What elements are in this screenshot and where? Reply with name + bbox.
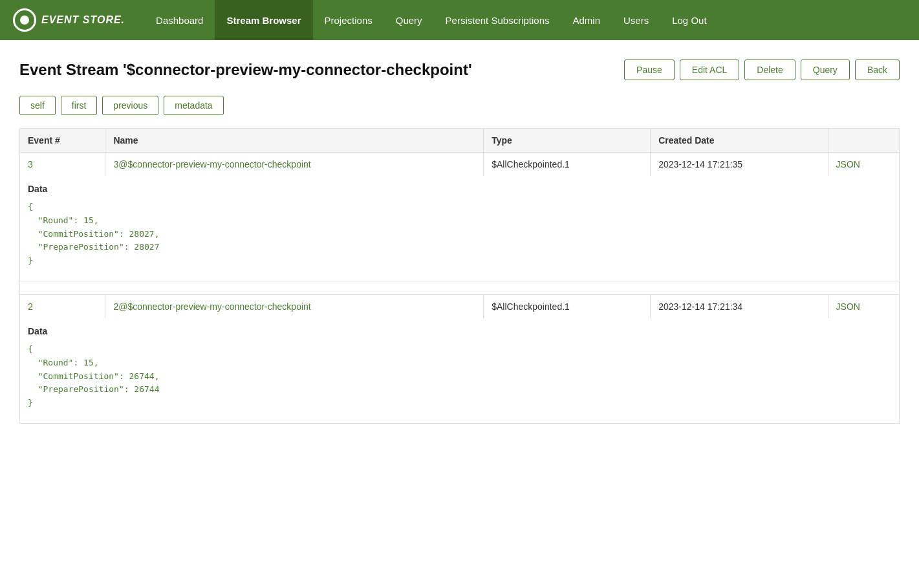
data-content: { "Round": 15, "CommitPosition": 28027, … (28, 201, 891, 268)
event-data-row: Data{ "Round": 15, "CommitPosition": 280… (20, 176, 900, 281)
header-actions: PauseEdit ACLDeleteQueryBack (624, 60, 900, 80)
logo-text: EVENT STORE. (41, 14, 125, 26)
nav-link-persistent-subscriptions[interactable]: Persistent Subscriptions (434, 0, 561, 40)
back-button[interactable]: Back (855, 60, 900, 80)
event-name-link[interactable]: 3@$connector-preview-my-connector-checkp… (113, 159, 310, 169)
event-action: JSON (828, 294, 899, 318)
event-data-row: Data{ "Round": 15, "CommitPosition": 267… (20, 318, 900, 423)
nav-link-stream-browser[interactable]: Stream Browser (215, 0, 312, 40)
nav-links: DashboardStream BrowserProjectionsQueryP… (144, 0, 906, 40)
nav-link-query[interactable]: Query (384, 0, 434, 40)
events-table: Event #NameTypeCreated Date 33@$connecto… (19, 128, 900, 424)
nav-link-admin[interactable]: Admin (561, 0, 612, 40)
col-header-2: Type (484, 129, 651, 153)
event-data-cell: Data{ "Round": 15, "CommitPosition": 280… (20, 176, 900, 281)
table-header-row: Event #NameTypeCreated Date (20, 129, 900, 153)
col-header-0: Event # (20, 129, 105, 153)
event-id-link[interactable]: 2 (28, 301, 33, 312)
main-nav: EVENT STORE. DashboardStream BrowserProj… (0, 0, 919, 40)
pause-button[interactable]: Pause (624, 60, 675, 80)
event-data-cell: Data{ "Round": 15, "CommitPosition": 267… (20, 318, 900, 423)
nav-link-projections[interactable]: Projections (313, 0, 384, 40)
col-header-3: Created Date (651, 129, 828, 153)
event-action: JSON (828, 153, 899, 177)
table-row: 22@$connector-preview-my-connector-check… (20, 294, 900, 318)
logo: EVENT STORE. (13, 8, 125, 32)
event-type: $AllCheckpointed.1 (484, 153, 651, 177)
nav-link-dashboard[interactable]: Dashboard (144, 0, 215, 40)
event-id-link[interactable]: 3 (28, 159, 33, 169)
data-label: Data (28, 326, 891, 336)
metadata-button[interactable]: metadata (164, 96, 223, 115)
event-created-date: 2023-12-14 17:21:34 (651, 294, 828, 318)
page-title: Event Stream '$connector-preview-my-conn… (19, 61, 472, 79)
previous-button[interactable]: previous (102, 96, 158, 115)
spacer-row (20, 281, 900, 294)
col-header-1: Name (105, 129, 484, 153)
main-content: Event Stream '$connector-preview-my-conn… (0, 40, 919, 437)
event-name: 2@$connector-preview-my-connector-checkp… (105, 294, 484, 318)
event-name: 3@$connector-preview-my-connector-checkp… (105, 153, 484, 177)
first-button[interactable]: first (61, 96, 98, 115)
edit-acl-button[interactable]: Edit ACL (680, 60, 739, 80)
event-id: 2 (20, 294, 105, 318)
stream-nav-buttons: selffirstpreviousmetadata (19, 96, 900, 115)
nav-link-users[interactable]: Users (612, 0, 660, 40)
event-name-link[interactable]: 2@$connector-preview-my-connector-checkp… (113, 301, 310, 312)
event-created-date: 2023-12-14 17:21:35 (651, 153, 828, 177)
query-button[interactable]: Query (801, 60, 850, 80)
logo-icon (13, 8, 36, 32)
data-label: Data (28, 184, 891, 194)
event-json-link[interactable]: JSON (836, 301, 860, 312)
page-header: Event Stream '$connector-preview-my-conn… (19, 60, 900, 80)
table-row: 33@$connector-preview-my-connector-check… (20, 153, 900, 177)
event-json-link[interactable]: JSON (836, 159, 860, 169)
nav-link-logout[interactable]: Log Out (660, 0, 718, 40)
event-id: 3 (20, 153, 105, 177)
self-button[interactable]: self (19, 96, 56, 115)
event-type: $AllCheckpointed.1 (484, 294, 651, 318)
col-header-4 (828, 129, 899, 153)
data-content: { "Round": 15, "CommitPosition": 26744, … (28, 343, 891, 410)
delete-button[interactable]: Delete (744, 60, 795, 80)
